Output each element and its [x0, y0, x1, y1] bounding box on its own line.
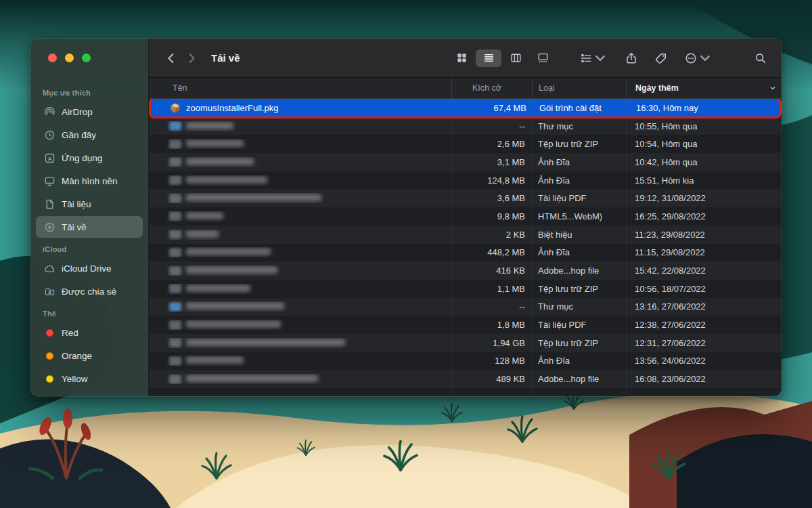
cell-name: [149, 121, 451, 131]
more-actions-button[interactable]: [685, 52, 711, 64]
view-switcher: [449, 49, 556, 67]
table-row[interactable]: 9,8 MB HTML5...WebM) 16:25, 29/08/2022: [149, 207, 782, 226]
cell-name: [149, 193, 451, 203]
cell-name: [149, 320, 451, 330]
table-row[interactable]: -- Thư mục 13:16, 27/06/2022: [149, 298, 782, 316]
airdrop-icon: [43, 105, 56, 119]
tags-button[interactable]: [655, 52, 667, 64]
sidebar-item-orange[interactable]: Orange: [36, 345, 143, 366]
cell-size: 1,1 MB: [451, 284, 532, 294]
list-view-button[interactable]: [476, 49, 501, 67]
table-row[interactable]: 124,8 MB Ảnh Đĩa 15:51, Hôm kia: [149, 171, 782, 190]
group-by-button[interactable]: [580, 52, 606, 64]
sidebar-item-label: Yellow: [62, 374, 88, 384]
minimize-button[interactable]: [65, 54, 74, 62]
file-icon: [169, 157, 181, 167]
sidebar-item-yellow[interactable]: Yellow: [36, 368, 143, 389]
cell-size: 2 KB: [451, 230, 532, 240]
cell-date: 12:38, 27/06/2022: [626, 320, 782, 330]
column-view-icon: [510, 52, 522, 64]
file-icon: [169, 248, 181, 257]
file-icon: [169, 211, 181, 221]
zoom-button[interactable]: [82, 54, 91, 62]
column-header-1[interactable]: Kích cỡ: [451, 78, 532, 98]
close-button[interactable]: [48, 54, 57, 62]
table-row[interactable]: 1,1 MB Tệp lưu trữ ZIP 10:56, 18/07/2022: [149, 280, 782, 298]
cell-date: 16:30, Hôm nay: [627, 103, 780, 113]
table-row[interactable]: 2 KB Biệt hiệu 11:23, 29/08/2022: [149, 226, 782, 244]
sidebar-item-tài-liệu[interactable]: Tài liệu: [36, 193, 143, 215]
cell-size: 489 KB: [451, 374, 532, 384]
file-icon: [169, 356, 181, 366]
table-row[interactable]: 1,94 GB Tệp lưu trữ ZIP 12:31, 27/06/202…: [149, 334, 782, 352]
cell-name: [149, 356, 451, 366]
traffic-lights: [48, 54, 91, 62]
column-header-3[interactable]: Ngày thêm: [626, 78, 782, 98]
gallery-view-button[interactable]: [530, 49, 556, 67]
cell-type: HTML5...WebM): [532, 211, 626, 221]
cell-date: 19:12, 31/08/2022: [626, 193, 782, 203]
column-header-0[interactable]: Tên: [149, 78, 451, 98]
cell-date: 10:54, Hôm qua: [626, 139, 782, 149]
sidebar-item-được-chia-sẻ[interactable]: Được chia sẻ: [36, 280, 143, 302]
sidebar-item-label: Tài liệu: [62, 199, 91, 209]
cell-date: 10:55, Hôm qua: [626, 121, 782, 131]
folder-icon: [169, 302, 181, 312]
icon-view-button[interactable]: [449, 49, 474, 67]
search-button[interactable]: [754, 52, 767, 64]
file-icon: [169, 338, 181, 347]
sidebar-item-airdrop[interactable]: AirDrop: [36, 101, 143, 123]
sidebar-section-title: Thẻ: [30, 303, 148, 321]
cell-type: Ảnh Đĩa: [532, 356, 626, 366]
sidebar-sections: Mục ưa thích AirDrop Gần đây A Ứng dụng …: [30, 82, 148, 390]
table-row[interactable]: 128 MB Ảnh Đĩa 13:56, 24/06/2022: [149, 352, 782, 371]
cell-date: 15:51, Hôm kia: [626, 175, 782, 186]
sidebar-item-gần-đây[interactable]: Gần đây: [36, 124, 143, 146]
column-label: Loại: [539, 83, 555, 93]
column-header: Tên Kích cỡ Loại Ngày thêm: [149, 78, 782, 99]
main-pane: Tải về: [149, 39, 782, 396]
cell-name: [149, 157, 451, 167]
sort-chevron-down-icon: [769, 85, 776, 91]
column-label: Tên: [173, 83, 187, 93]
table-row[interactable]: 489 KB Adobe...hop file 16:08, 23/06/202…: [149, 370, 782, 388]
sidebar-item-ứng-dụng[interactable]: A Ứng dụng: [36, 147, 143, 169]
table-row[interactable]: 448,2 MB Ảnh Đĩa 11:15, 29/08/2022: [149, 244, 782, 262]
table-row[interactable]: -- Thư mục 10:55, Hôm qua: [149, 117, 782, 135]
sidebar-item-label: Tải về: [62, 222, 87, 232]
file-icon: [169, 194, 181, 203]
cell-date: 16:08, 23/06/2022: [626, 374, 782, 384]
column-view-button[interactable]: [503, 49, 528, 67]
table-row[interactable]: 416 KB Adobe...hop file 15:42, 22/08/202…: [149, 261, 782, 280]
cell-date: 13:56, 24/06/2022: [626, 356, 782, 366]
table-row[interactable]: 3,1 MB Ảnh Đĩa 10:42, Hôm qua: [149, 153, 782, 171]
table-row[interactable]: 1,8 MB Tài liệu PDF 12:38, 27/06/2022: [149, 316, 782, 334]
tag-icon: [655, 52, 667, 64]
sidebar-item-tải-về[interactable]: Tải về: [36, 216, 143, 238]
cell-name: [149, 266, 451, 276]
file-name: zoomusInstallerFull.pkg: [186, 103, 279, 113]
cell-size: 128 MB: [451, 356, 532, 366]
file-name: [186, 193, 321, 203]
table-row[interactable]: 2,6 MB Tệp lưu trữ ZIP 10:54, Hôm qua: [149, 135, 782, 153]
tag-circle-icon: [43, 349, 56, 362]
back-button[interactable]: [161, 48, 181, 68]
sidebar-item-màn-hình-nền[interactable]: Màn hình nền: [36, 170, 143, 192]
forward-button[interactable]: [181, 48, 202, 68]
table-row[interactable]: 📦 zoomusInstallerFull.pkg 67,4 MB Gói tr…: [150, 99, 780, 117]
cell-date: 12:31, 27/06/2022: [626, 338, 782, 348]
tag-circle-icon: [43, 372, 56, 385]
chevron-right-icon: [185, 51, 198, 65]
file-name: [186, 301, 284, 312]
svg-text:A: A: [47, 155, 51, 161]
file-name: [186, 230, 219, 240]
sidebar-section: iCloud iCloud Drive Được chia sẻ: [30, 238, 148, 303]
sidebar-item-red[interactable]: Red: [36, 322, 143, 343]
file-icon: [169, 140, 181, 149]
table-row[interactable]: 3,6 MB Tài liệu PDF 19:12, 31/08/2022: [149, 189, 782, 207]
share-button[interactable]: [625, 52, 637, 64]
column-header-2[interactable]: Loại: [532, 78, 626, 98]
ellipsis-circle-icon: [685, 52, 697, 64]
sidebar-item-icloud-drive[interactable]: iCloud Drive: [36, 257, 143, 279]
cell-size: 9,8 MB: [451, 211, 532, 221]
